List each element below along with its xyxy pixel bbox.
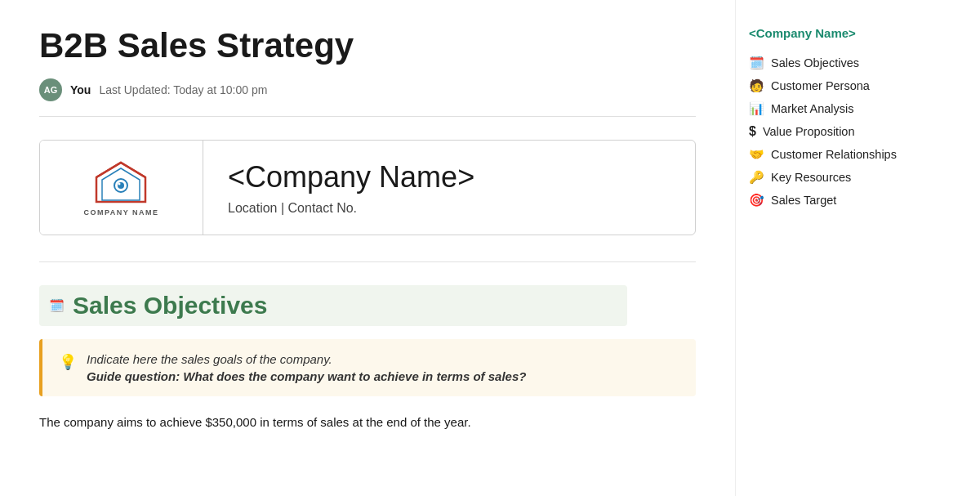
svg-point-4 bbox=[118, 182, 121, 185]
sidebar-nav-label-3: Value Proposition bbox=[763, 125, 855, 138]
company-name: <Company Name> bbox=[228, 160, 474, 194]
sales-objectives-callout: 💡 Indicate here the sales goals of the c… bbox=[39, 339, 696, 396]
callout-text: Indicate here the sales goals of the com… bbox=[87, 352, 526, 383]
company-logo-box: COMPANY NAME bbox=[40, 141, 203, 235]
sidebar-nav-icon-6: 🎯 bbox=[749, 193, 764, 208]
sales-objectives-heading: Sales Objectives bbox=[73, 292, 267, 319]
sidebar-nav-item-6[interactable]: 🎯Sales Target bbox=[749, 189, 944, 212]
meta-you-label: You bbox=[70, 83, 91, 96]
company-card: COMPANY NAME <Company Name> Location | C… bbox=[39, 140, 696, 235]
sidebar-nav-label-1: Customer Persona bbox=[771, 79, 870, 92]
sidebar-nav-label-6: Sales Target bbox=[771, 194, 836, 207]
section-heading-bar: 🗓️ Sales Objectives bbox=[39, 285, 627, 326]
sidebar-nav-item-1[interactable]: 🧑Customer Persona bbox=[749, 74, 944, 97]
callout-icon: 💡 bbox=[59, 353, 77, 371]
sidebar-nav-icon-3: $ bbox=[749, 124, 756, 139]
sales-body-text: The company aims to achieve $350,000 in … bbox=[39, 413, 696, 432]
sidebar-nav-item-2[interactable]: 📊Market Analysis bbox=[749, 97, 944, 120]
section-divider bbox=[39, 261, 696, 262]
sidebar-nav-icon-2: 📊 bbox=[749, 101, 764, 116]
company-info: <Company Name> Location | Contact No. bbox=[203, 144, 499, 232]
company-logo-svg bbox=[92, 159, 149, 205]
company-logo-label: COMPANY NAME bbox=[83, 208, 158, 217]
sidebar-nav-icon-5: 🔑 bbox=[749, 170, 764, 185]
sidebar-nav-icon-1: 🧑 bbox=[749, 78, 764, 93]
sidebar-nav-label-0: Sales Objectives bbox=[771, 56, 859, 69]
sidebar-company-title[interactable]: <Company Name> bbox=[749, 26, 944, 40]
sidebar-nav-item-4[interactable]: 🤝Customer Relationships bbox=[749, 143, 944, 166]
page-title: B2B Sales Strategy bbox=[39, 26, 696, 65]
sidebar-nav-icon-0: 🗓️ bbox=[749, 56, 764, 70]
sidebar-nav-item-5[interactable]: 🔑Key Resources bbox=[749, 166, 944, 189]
sidebar-nav-label-5: Key Resources bbox=[771, 171, 851, 184]
company-location-contact: Location | Contact No. bbox=[228, 201, 474, 216]
meta-last-updated: Last Updated: Today at 10:00 pm bbox=[99, 83, 267, 96]
sales-objectives-section: 🗓️ Sales Objectives 💡 Indicate here the … bbox=[39, 285, 696, 432]
avatar: AG bbox=[39, 78, 62, 101]
sidebar-nav: 🗓️Sales Objectives🧑Customer Persona📊Mark… bbox=[749, 51, 944, 212]
sidebar-nav-label-2: Market Analysis bbox=[771, 102, 854, 115]
company-logo-inner: COMPANY NAME bbox=[83, 159, 158, 217]
main-content: B2B Sales Strategy AG You Last Updated: … bbox=[0, 0, 735, 496]
sidebar-nav-item-0[interactable]: 🗓️Sales Objectives bbox=[749, 51, 944, 74]
sidebar-nav-item-3[interactable]: $Value Proposition bbox=[749, 120, 944, 143]
sidebar: <Company Name> 🗓️Sales Objectives🧑Custom… bbox=[735, 0, 964, 496]
sidebar-nav-label-4: Customer Relationships bbox=[771, 148, 897, 161]
callout-line1: Indicate here the sales goals of the com… bbox=[87, 352, 526, 366]
meta-bar: AG You Last Updated: Today at 10:00 pm bbox=[39, 78, 696, 117]
callout-line2: Guide question: What does the company wa… bbox=[87, 369, 526, 383]
sidebar-nav-icon-4: 🤝 bbox=[749, 147, 764, 162]
sales-objectives-emoji: 🗓️ bbox=[49, 298, 65, 313]
